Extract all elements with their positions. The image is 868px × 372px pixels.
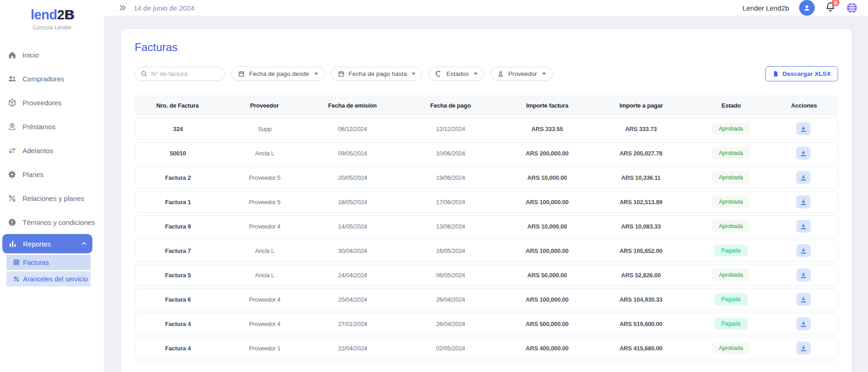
chevron-up-icon	[81, 240, 87, 248]
sidebar-item-proveedores[interactable]: Proveedores	[0, 91, 104, 114]
cell-invoice-number: Factura 7	[135, 247, 221, 254]
sidebar-item-t-rminos-y-condiciones[interactable]: Términos y condiciones	[0, 210, 104, 234]
cell-issue-date: 27/01/2024	[309, 320, 397, 327]
cell-provider: Ancla L	[221, 247, 309, 254]
sidebar-item-reportes[interactable]: Reportes	[2, 234, 92, 253]
loans-icon	[7, 122, 17, 131]
table-row[interactable]: Factura 4 Proveedor 1 22/04/2024 02/05/2…	[135, 337, 838, 359]
invoice-search[interactable]	[135, 67, 225, 81]
caret-down-icon	[412, 73, 415, 75]
user-name: Lender Lend2b	[743, 4, 789, 12]
invoices-grid-icon	[12, 259, 20, 266]
status-badge: Pagada	[715, 318, 748, 330]
download-icon	[800, 345, 807, 352]
download-row-button[interactable]	[796, 293, 811, 306]
globe-icon	[846, 2, 858, 14]
invoices-table: Nro. de FacturaProveedorFecha de emisión…	[135, 95, 838, 367]
sidebar-item-inicio[interactable]: Inicio	[0, 43, 104, 67]
relations-icon	[7, 194, 17, 203]
sidebar-subitem-facturas[interactable]: Facturas	[6, 255, 91, 270]
status-badge: Pagada	[715, 245, 748, 257]
cell-provider: Proveedor 5	[221, 199, 309, 206]
sidebar: lend2B Consola Lender Inicio Compradores…	[0, 0, 104, 372]
table-row[interactable]: Factura 7 Ancla L 30/04/2024 16/05/2024 …	[135, 240, 838, 262]
cell-pay-date: 16/05/2024	[397, 247, 505, 254]
table-row[interactable]: Factura 9 Proveedor 4 14/05/2024 13/06/2…	[135, 215, 838, 237]
column-header-8: Acciones	[770, 102, 838, 109]
download-icon	[800, 174, 807, 181]
language-button[interactable]	[846, 2, 858, 14]
sidebar-item-planes[interactable]: Planes	[0, 162, 104, 186]
cell-pay-amount: ARS 333.73	[590, 126, 692, 132]
double-chevron-right-icon[interactable]	[118, 3, 127, 12]
cell-provider: Ancla L	[221, 272, 309, 279]
table-row[interactable]: Factura 5 Ancla L 24/04/2024 06/05/2024 …	[135, 264, 838, 286]
cell-invoice-number: Factura 5	[135, 272, 221, 279]
sidebar-item-relaciones-y-planes[interactable]: Relaciones y planes	[0, 186, 104, 210]
sidebar-subitem-aranceles-del-servicio[interactable]: Aranceles del servicio	[6, 271, 91, 286]
table-row[interactable]: 324 Supp 06/12/2024 12/12/2024 ARS 333.5…	[135, 118, 838, 140]
notifications-button[interactable]: 8	[825, 1, 836, 14]
logo-text: lend2B	[0, 7, 104, 23]
download-row-button[interactable]	[796, 195, 811, 208]
user-avatar[interactable]	[799, 0, 815, 16]
cell-invoice-amount: ARS 100,000.00	[505, 247, 590, 254]
cell-provider: Proveedor 5	[221, 174, 309, 181]
table-row[interactable]: Factura 1 Proveedor 5 18/05/2024 17/06/2…	[135, 191, 838, 213]
table-row[interactable]: Factura 6 Proveedor 4 25/04/2024 26/04/2…	[135, 288, 838, 310]
sidebar-item-pr-stamos[interactable]: Préstamos	[0, 114, 104, 138]
cell-pay-date: 13/06/2024	[397, 223, 505, 230]
cell-issue-date: 06/12/2024	[309, 126, 397, 132]
reports-icon	[8, 239, 17, 248]
download-row-button[interactable]	[796, 244, 811, 257]
column-header-3: Fecha de emisión	[308, 102, 396, 109]
filter-proveedor[interactable]: Proveedor	[490, 67, 552, 81]
cell-provider: Proveedor 1	[221, 345, 309, 352]
cell-invoice-amount: ARS 50,000.00	[505, 272, 590, 279]
download-icon	[800, 320, 807, 327]
status-badge: Aprobada	[712, 269, 750, 281]
cell-invoice-number: Factura 4	[135, 345, 221, 352]
cell-invoice-amount: ARS 333.55	[505, 126, 590, 132]
download-xlsx-button[interactable]: Descargar XLSX	[765, 66, 838, 81]
cell-provider: Ancla L	[221, 150, 309, 157]
download-row-button[interactable]	[796, 342, 811, 355]
download-icon	[800, 296, 807, 303]
cell-pay-date: 06/05/2024	[397, 272, 505, 279]
cell-pay-date: 19/06/2024	[397, 174, 505, 181]
status-badge: Pagada	[715, 293, 748, 305]
cell-invoice-amount: ARS 200,000.00	[505, 150, 590, 157]
download-row-button[interactable]	[796, 317, 811, 330]
cell-pay-amount: ARS 10,083.33	[590, 223, 692, 230]
sidebar-item-adelantos[interactable]: Adelantos	[0, 138, 104, 162]
filter-estados[interactable]: Estados	[428, 67, 484, 81]
cell-pay-date: 26/04/2024	[397, 320, 505, 327]
person-icon	[802, 3, 811, 12]
download-row-button[interactable]	[796, 269, 811, 281]
status-badge: Aprobada	[712, 123, 750, 135]
cell-invoice-amount: ARS 400,000.00	[505, 345, 590, 352]
download-row-button[interactable]	[796, 171, 811, 184]
table-header-row: Nro. de FacturaProveedorFecha de emisión…	[135, 95, 838, 115]
table-row[interactable]: 50010 Ancla L 09/05/2024 10/06/2024 ARS …	[135, 142, 838, 164]
download-row-button[interactable]	[796, 122, 811, 135]
cell-pay-amount: ARS 519,600.00	[590, 320, 692, 327]
status-badge: Aprobada	[712, 147, 750, 159]
download-icon	[800, 247, 807, 254]
calendar-icon	[238, 70, 245, 77]
table-row[interactable]: Factura 4 Proveedor 4 27/01/2024 26/04/2…	[135, 313, 838, 335]
table-row[interactable]: Factura 2 Proveedor 5 20/05/2024 19/06/2…	[135, 166, 838, 189]
terms-icon	[7, 217, 17, 227]
download-icon	[800, 223, 807, 230]
sidebar-item-compradores[interactable]: Compradores	[0, 67, 104, 91]
cell-pay-date: 26/04/2024	[397, 296, 505, 303]
filter-fecha-de-pago-desde[interactable]: Fecha de pago desde	[231, 67, 325, 81]
filter-fecha-de-pago-hasta[interactable]: Fecha de pago hasta	[331, 67, 423, 81]
download-row-button[interactable]	[796, 220, 811, 233]
search-input[interactable]	[151, 70, 219, 77]
filters-bar: Fecha de pago desde Fecha de pago hasta	[135, 66, 838, 81]
home-icon	[7, 50, 17, 59]
download-row-button[interactable]	[796, 147, 811, 160]
cell-issue-date: 14/05/2024	[309, 223, 397, 230]
cell-pay-amount: ARS 104,930.33	[590, 296, 692, 303]
